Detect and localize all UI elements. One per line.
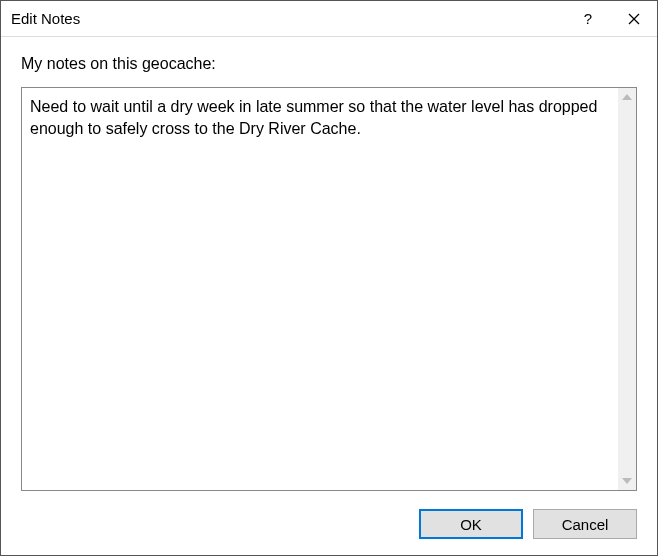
dialog-body: My notes on this geocache: <box>1 37 657 509</box>
window-title: Edit Notes <box>11 10 565 27</box>
notes-label: My notes on this geocache: <box>21 55 637 73</box>
help-button[interactable]: ? <box>565 1 611 37</box>
cancel-button[interactable]: Cancel <box>533 509 637 539</box>
notes-field-wrap <box>21 87 637 491</box>
ok-button[interactable]: OK <box>419 509 523 539</box>
scroll-up-arrow-icon[interactable] <box>618 88 636 106</box>
scroll-down-arrow-icon[interactable] <box>618 472 636 490</box>
notes-textarea[interactable] <box>22 88 618 490</box>
edit-notes-dialog: Edit Notes ? My notes on this geocache: <box>0 0 658 556</box>
close-icon <box>628 13 640 25</box>
dialog-buttons: OK Cancel <box>1 509 657 555</box>
close-button[interactable] <box>611 1 657 37</box>
help-icon: ? <box>584 10 592 27</box>
titlebar: Edit Notes ? <box>1 1 657 37</box>
scrollbar[interactable] <box>618 88 636 490</box>
